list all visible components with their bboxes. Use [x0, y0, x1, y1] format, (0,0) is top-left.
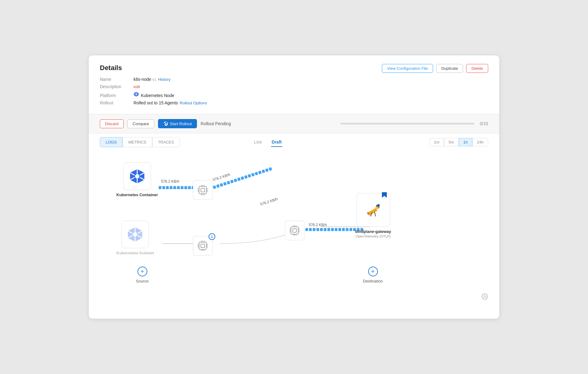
- main-card: Details View Configuration File Duplicat…: [89, 55, 499, 319]
- k8s-container-node[interactable]: Kubernetes Container: [116, 163, 158, 197]
- description-edit-link[interactable]: edit: [134, 84, 140, 89]
- add-destination-label: Destination: [363, 279, 383, 283]
- description-label: Description: [100, 84, 134, 89]
- svg-point-21: [133, 232, 137, 237]
- name-row: Name k8s-node v1 History: [100, 77, 488, 82]
- flow-dashes-1: [159, 186, 198, 189]
- rollout-progress-bar-track: [340, 123, 474, 125]
- destination-box[interactable]: [356, 193, 390, 227]
- k8s-kubelet-box[interactable]: [121, 221, 149, 248]
- time-24h[interactable]: 24h: [472, 138, 488, 146]
- processor-2-node[interactable]: 1: [193, 236, 213, 256]
- svg-point-77: [375, 207, 378, 209]
- flow-dashes-4: [305, 228, 363, 231]
- processor-2-badge: 1: [209, 233, 215, 240]
- discard-button[interactable]: Discard: [100, 119, 124, 128]
- tab-traces[interactable]: TRACES: [152, 137, 180, 147]
- svg-point-78: [484, 296, 486, 297]
- rollout-row: Rollout Rolled out to 15 Agents Rollout …: [100, 100, 488, 105]
- tab-draft[interactable]: Draft: [271, 138, 282, 147]
- time-1m[interactable]: 1m: [429, 138, 444, 146]
- k8s-container-label: Kubernetes Container: [116, 193, 158, 197]
- k8s-kubelet-label: Kubernetes Kubelet: [116, 251, 154, 255]
- log-tabs: LOGS METRICS TRACES: [100, 137, 180, 147]
- add-source-button[interactable]: +: [138, 267, 147, 276]
- svg-point-13: [135, 174, 139, 178]
- history-link[interactable]: History: [158, 77, 170, 82]
- rollout-options-link[interactable]: Rollout Options: [180, 101, 207, 105]
- name-value: k8s-node: [134, 77, 151, 82]
- processor-2-box[interactable]: 1: [193, 236, 213, 256]
- pipeline-header: LOGS METRICS TRACES Live Draft 1m 5m 1h …: [89, 133, 499, 147]
- platform-value: Kubernetes Node: [141, 93, 174, 98]
- compare-button[interactable]: Compare: [127, 119, 154, 128]
- pipeline-section: LOGS METRICS TRACES Live Draft 1m 5m 1h …: [89, 133, 499, 306]
- rollout-toolbar: Discard Compare Start Rollout Rollout Pe…: [89, 114, 499, 133]
- destination-label: bindplane-gateway: [355, 229, 391, 234]
- name-version: v1: [153, 77, 156, 82]
- view-config-button[interactable]: View Configuration File: [382, 64, 433, 73]
- flow-label-1: 576.2 KB/h: [161, 179, 179, 184]
- svg-point-73: [367, 212, 369, 215]
- svg-rect-43: [201, 244, 205, 248]
- rollout-pending-text: Rollout Pending: [201, 121, 335, 126]
- rollout-counter: 0/15: [480, 121, 488, 126]
- add-destination-button[interactable]: +: [368, 267, 378, 276]
- add-source-label: Source: [136, 279, 149, 283]
- duplicate-button[interactable]: Duplicate: [436, 64, 463, 73]
- processor-1-node[interactable]: [193, 180, 213, 200]
- destination-icon: [364, 201, 383, 219]
- svg-rect-29: [201, 188, 205, 192]
- time-5m[interactable]: 5m: [444, 138, 459, 146]
- time-1h[interactable]: 1h: [459, 138, 472, 146]
- platform-row: Platform Kubernetes Node: [100, 92, 488, 98]
- flow-label-3: 576.2 KB/h: [260, 197, 278, 207]
- flow-label-4: 576.2 KB/h: [309, 223, 327, 227]
- add-destination-node[interactable]: + Destination: [363, 267, 383, 283]
- processor-3-box[interactable]: [285, 221, 304, 240]
- details-actions: View Configuration File Duplicate Delete: [382, 64, 488, 73]
- platform-label: Platform: [100, 93, 134, 98]
- k8s-kubelet-node[interactable]: Kubernetes Kubelet: [116, 221, 154, 255]
- add-source-node[interactable]: + Source: [136, 267, 149, 283]
- svg-line-75: [374, 212, 375, 216]
- delete-button[interactable]: Delete: [466, 64, 488, 73]
- pipeline-canvas: Kubernetes Container Kuber: [89, 147, 499, 306]
- destination-sublabel: OpenTelemetry (OTLP): [356, 234, 391, 238]
- description-row: Description edit: [100, 84, 488, 89]
- rollout-value: Rolled out to 15 Agents: [134, 100, 178, 105]
- bookmark-flag: [382, 192, 387, 200]
- tab-logs[interactable]: LOGS: [100, 137, 123, 147]
- details-section: Details View Configuration File Duplicat…: [89, 55, 499, 114]
- svg-rect-71: [367, 208, 377, 216]
- start-rollout-button[interactable]: Start Rollout: [158, 119, 197, 128]
- destination-node[interactable]: bindplane-gateway OpenTelemetry (OTLP): [355, 193, 391, 238]
- svg-marker-8: [165, 123, 167, 124]
- flow-label-2: 576.2 KB/h: [212, 172, 231, 182]
- svg-rect-28: [199, 186, 206, 194]
- tab-metrics[interactable]: METRICS: [123, 137, 152, 147]
- k8s-container-box[interactable]: [123, 163, 151, 190]
- platform-icon: [134, 92, 139, 97]
- settings-gear-button[interactable]: [481, 293, 488, 301]
- processor-1-box[interactable]: [193, 180, 213, 200]
- draft-live-group: Live Draft: [253, 138, 282, 147]
- rollout-label: Rollout: [100, 100, 134, 105]
- processor-3-node[interactable]: [285, 221, 304, 240]
- svg-rect-56: [291, 227, 298, 234]
- svg-rect-42: [199, 242, 206, 249]
- rollout-bar-row: Rollout Pending 0/15: [201, 121, 488, 126]
- svg-marker-70: [382, 192, 387, 198]
- time-group: 1m 5m 1h 24h: [429, 138, 488, 146]
- start-rollout-label: Start Rollout: [170, 122, 192, 126]
- svg-point-1: [136, 94, 137, 95]
- name-label: Name: [100, 77, 134, 82]
- tab-live[interactable]: Live: [253, 138, 262, 147]
- svg-rect-57: [293, 229, 296, 232]
- rollout-icon: [163, 121, 168, 126]
